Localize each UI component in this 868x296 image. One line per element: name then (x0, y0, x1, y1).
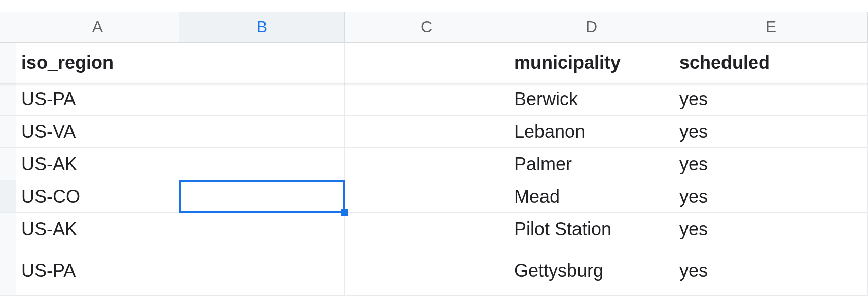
row-header[interactable] (0, 180, 16, 213)
cell-C-header[interactable] (345, 43, 509, 83)
cell-text: yes (679, 186, 708, 207)
row-header[interactable] (0, 148, 16, 180)
cell[interactable]: yes (674, 213, 868, 245)
table-row: US-PA Berwick yes (16, 83, 868, 116)
cell-text: municipality (514, 52, 621, 73)
cell-text: US-VA (21, 121, 76, 142)
cell-text: yes (679, 260, 708, 281)
column-header-D[interactable]: D (509, 12, 674, 43)
cell-text: yes (679, 121, 708, 142)
cell[interactable]: yes (674, 116, 868, 147)
cell[interactable]: yes (674, 245, 868, 295)
cell[interactable] (345, 213, 509, 245)
cell[interactable]: Lebanon (509, 116, 674, 147)
cell[interactable] (179, 148, 345, 180)
cell[interactable] (179, 245, 345, 295)
cell-text: US-PA (21, 260, 76, 281)
cell[interactable]: Mead (509, 180, 674, 212)
cell[interactable]: US-VA (16, 116, 179, 147)
cell[interactable]: Pilot Station (509, 213, 674, 245)
cell[interactable] (345, 116, 509, 147)
cell-A-header[interactable]: iso_region (16, 43, 179, 83)
cell-text: yes (679, 89, 708, 110)
cell-text: Palmer (514, 154, 572, 175)
column-header-label: C (421, 18, 432, 36)
column-header-E[interactable]: E (674, 12, 868, 43)
table-row: US-AK Palmer yes (16, 148, 868, 180)
cell-text: scheduled (679, 52, 770, 73)
cell[interactable] (345, 245, 509, 295)
cell-D-header[interactable]: municipality (509, 43, 674, 83)
cell-text: Lebanon (514, 121, 585, 142)
cell[interactable] (179, 213, 345, 245)
row-header[interactable] (0, 245, 16, 296)
column-header-C[interactable]: C (345, 12, 509, 43)
cell[interactable]: US-CO (16, 180, 179, 212)
column-header-label: A (92, 18, 103, 36)
cell[interactable]: US-PA (16, 245, 179, 295)
cell-text: Berwick (514, 89, 578, 110)
table-header-row: iso_region municipality scheduled (16, 43, 868, 83)
cell-text: US-AK (21, 154, 77, 175)
cell[interactable]: Berwick (509, 83, 674, 115)
cell[interactable]: yes (674, 83, 868, 115)
cell-text: Mead (514, 186, 560, 207)
cell[interactable]: yes (674, 180, 868, 212)
cell-text: US-AK (21, 218, 77, 240)
cell-B-header[interactable] (179, 43, 345, 83)
cell[interactable] (345, 180, 509, 212)
cell[interactable] (179, 116, 345, 147)
top-strip (0, 0, 868, 12)
row-header[interactable] (0, 83, 16, 116)
column-header-label: B (257, 18, 267, 36)
column-headers: A B C D E (16, 12, 868, 43)
table-row: US-VA Lebanon yes (16, 116, 868, 148)
cell-text: iso_region (21, 52, 114, 73)
cell[interactable]: US-PA (16, 83, 179, 115)
grid-rows: iso_region municipality scheduled US-PA … (16, 43, 868, 296)
spreadsheet-viewport: A B C D E iso_region municipality schedu… (0, 0, 868, 296)
cell-text: yes (679, 154, 708, 175)
table-row: US-CO Mead yes (16, 180, 868, 213)
cell-text: US-PA (21, 89, 76, 110)
cell-text: yes (679, 218, 708, 240)
cell[interactable]: yes (674, 148, 868, 180)
cell-E-header[interactable]: scheduled (674, 43, 868, 83)
cell-text: Pilot Station (514, 218, 611, 240)
cell[interactable]: Gettysburg (509, 245, 674, 295)
row-header[interactable] (0, 116, 16, 148)
column-header-label: E (766, 18, 776, 36)
row-header[interactable] (0, 43, 16, 83)
column-header-label: D (586, 18, 597, 36)
cell[interactable]: US-AK (16, 213, 179, 245)
cell[interactable]: US-AK (16, 148, 179, 180)
cell-text: Gettysburg (514, 260, 603, 281)
fill-handle[interactable] (341, 209, 348, 216)
row-header[interactable] (0, 213, 16, 245)
column-header-A[interactable]: A (16, 12, 179, 43)
cell-text: US-CO (21, 186, 80, 207)
column-header-B[interactable]: B (179, 12, 345, 43)
cell[interactable]: Palmer (509, 148, 674, 180)
cell[interactable] (345, 83, 509, 115)
table-row: US-PA Gettysburg yes (16, 245, 868, 296)
table-row: US-AK Pilot Station yes (16, 213, 868, 245)
cell[interactable] (179, 83, 345, 115)
select-all-corner[interactable] (0, 12, 16, 43)
cell[interactable] (179, 180, 345, 212)
cell[interactable] (345, 148, 509, 180)
